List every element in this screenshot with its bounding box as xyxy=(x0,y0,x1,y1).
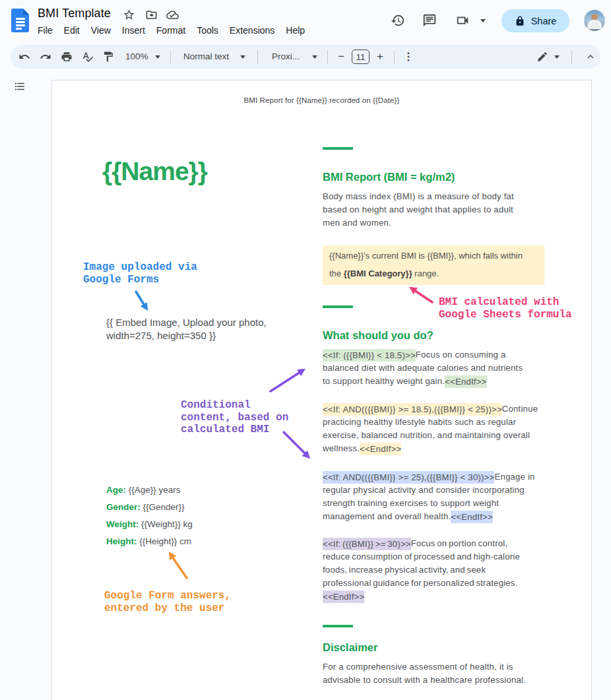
toolbar-more-icon[interactable]: ⋮ xyxy=(403,51,414,63)
menu-extensions[interactable]: Extensions xyxy=(230,24,274,37)
paint-format-icon[interactable] xyxy=(102,51,114,63)
document-outline-icon[interactable] xyxy=(14,80,26,92)
version-history-icon[interactable] xyxy=(391,13,405,28)
purple-arrow-down xyxy=(284,432,307,456)
star-icon[interactable] xyxy=(123,9,135,21)
orange-arrow xyxy=(171,555,187,578)
font-select[interactable]: Proxi... xyxy=(272,51,300,62)
font-size-input[interactable]: 11 xyxy=(352,49,370,64)
share-button[interactable]: Share xyxy=(501,9,569,32)
meet-dropdown-caret[interactable] xyxy=(480,19,486,22)
menu-help[interactable]: Help xyxy=(286,24,305,37)
redo-icon[interactable] xyxy=(40,51,51,63)
cloud-saved-icon[interactable] xyxy=(166,9,179,21)
menu-tools[interactable]: Tools xyxy=(197,24,218,37)
document-page[interactable]: BMI Report for {{Name}} recorded on {{Da… xyxy=(51,80,592,700)
google-docs-logo[interactable] xyxy=(11,9,29,32)
zoom-caret[interactable] xyxy=(155,55,160,59)
document-title[interactable]: BMI Template xyxy=(38,7,111,20)
menu-view[interactable]: View xyxy=(91,24,111,37)
annotation-arrows xyxy=(52,80,591,699)
menu-file[interactable]: File xyxy=(38,24,53,37)
hide-menus-icon[interactable] xyxy=(585,51,596,63)
menu-insert[interactable]: Insert xyxy=(122,24,145,37)
blue-arrow xyxy=(136,292,146,307)
paragraph-style-select[interactable]: Normal text xyxy=(183,51,229,62)
lock-icon xyxy=(515,16,525,26)
meet-video-icon[interactable] xyxy=(455,13,470,28)
menu-format[interactable]: Format xyxy=(156,24,185,37)
comments-icon[interactable] xyxy=(422,13,437,28)
font-caret[interactable] xyxy=(312,55,317,59)
share-label: Share xyxy=(531,16,557,26)
purple-arrow-up xyxy=(271,371,302,391)
style-caret[interactable] xyxy=(240,55,245,59)
account-avatar[interactable] xyxy=(584,10,605,31)
decrease-font-size-button[interactable]: − xyxy=(338,50,344,63)
red-arrow xyxy=(412,289,432,302)
menu-bar: File Edit View Insert Format Tools Exten… xyxy=(38,24,305,37)
spelling-check-icon[interactable] xyxy=(82,51,94,63)
zoom-select[interactable]: 100% xyxy=(125,51,148,62)
print-icon[interactable] xyxy=(61,51,73,63)
editing-mode-caret[interactable] xyxy=(554,55,560,59)
menu-edit[interactable]: Edit xyxy=(64,24,80,37)
toolbar: 100% Normal text Proxi... − 11 + ⋮ xyxy=(11,45,600,69)
increase-font-size-button[interactable]: + xyxy=(377,50,383,63)
undo-icon[interactable] xyxy=(18,51,30,63)
move-folder-icon[interactable] xyxy=(145,9,158,21)
editing-mode-pen-icon[interactable] xyxy=(536,51,548,63)
